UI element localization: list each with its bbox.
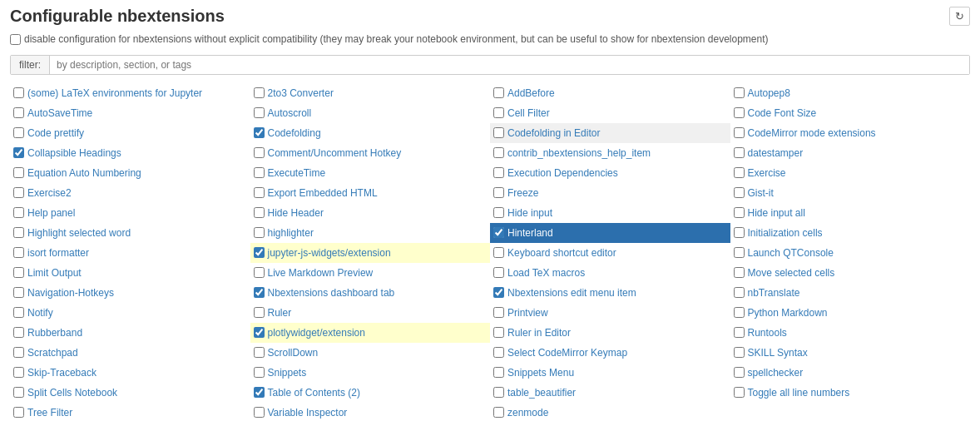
extension-link[interactable]: Initialization cells: [748, 225, 823, 240]
extension-checkbox[interactable]: [734, 307, 745, 318]
extension-link[interactable]: nbTranslate: [748, 285, 800, 300]
extension-checkbox[interactable]: [493, 207, 504, 218]
extension-checkbox[interactable]: [254, 167, 265, 178]
extension-link[interactable]: ExecuteTime: [268, 166, 326, 181]
extension-checkbox[interactable]: [13, 307, 24, 318]
extension-checkbox[interactable]: [734, 167, 745, 178]
list-item[interactable]: Hinterland: [490, 223, 730, 243]
extension-link[interactable]: isort formatter: [27, 245, 89, 260]
extension-link[interactable]: Split Cells Notebook: [27, 385, 117, 400]
extension-link[interactable]: Hinterland: [507, 225, 553, 240]
list-item[interactable]: Export Embedded HTML: [250, 183, 491, 203]
extension-checkbox[interactable]: [493, 387, 504, 398]
extension-link[interactable]: Live Markdown Preview: [268, 265, 374, 280]
extension-link[interactable]: zenmode: [507, 405, 548, 420]
list-item[interactable]: Initialization cells: [730, 223, 971, 243]
list-item[interactable]: Snippets Menu: [490, 363, 730, 383]
list-item[interactable]: Equation Auto Numbering: [10, 163, 250, 183]
extension-checkbox[interactable]: [13, 287, 24, 298]
extension-link[interactable]: Variable Inspector: [268, 405, 348, 420]
list-item[interactable]: Split Cells Notebook: [10, 383, 250, 403]
extension-checkbox[interactable]: [254, 87, 265, 98]
extension-link[interactable]: Gist-it: [748, 186, 774, 201]
list-item[interactable]: (some) LaTeX environments for Jupyter: [10, 83, 250, 103]
list-item[interactable]: highlighter: [250, 223, 491, 243]
extension-checkbox[interactable]: [493, 307, 504, 318]
list-item[interactable]: contrib_nbextensions_help_item: [490, 143, 730, 163]
extension-checkbox[interactable]: [493, 347, 504, 358]
extension-checkbox[interactable]: [13, 247, 24, 258]
extension-checkbox[interactable]: [13, 267, 24, 278]
list-item[interactable]: AddBefore: [490, 83, 730, 103]
extension-checkbox[interactable]: [493, 167, 504, 178]
extension-link[interactable]: Exercise2: [27, 186, 72, 201]
extension-checkbox[interactable]: [254, 367, 265, 378]
extension-link[interactable]: Autoscroll: [268, 106, 312, 121]
extension-checkbox[interactable]: [13, 407, 24, 418]
list-item[interactable]: Ruler in Editor: [490, 323, 730, 343]
extension-checkbox[interactable]: [254, 147, 265, 158]
extension-link[interactable]: Move selected cells: [748, 265, 835, 280]
list-item[interactable]: Runtools: [730, 323, 971, 343]
list-item[interactable]: Select CodeMirror Keymap: [490, 343, 730, 363]
extension-link[interactable]: Keyboard shortcut editor: [507, 245, 616, 260]
extension-checkbox[interactable]: [734, 287, 745, 298]
list-item[interactable]: AutoSaveTime: [10, 103, 250, 123]
list-item[interactable]: Toggle all line numbers: [730, 383, 971, 403]
extension-checkbox[interactable]: [734, 227, 745, 238]
extension-checkbox[interactable]: [734, 267, 745, 278]
extension-link[interactable]: datestamper: [748, 146, 804, 161]
extension-link[interactable]: Launch QTConsole: [748, 245, 834, 260]
extension-link[interactable]: CodeMirror mode extensions: [748, 126, 876, 141]
extension-checkbox[interactable]: [493, 87, 504, 98]
extension-link[interactable]: plotlywidget/extension: [268, 325, 365, 340]
list-item[interactable]: ExecuteTime: [250, 163, 491, 183]
extension-link[interactable]: Notify: [27, 305, 53, 320]
extension-checkbox[interactable]: [734, 107, 745, 118]
list-item[interactable]: Move selected cells: [730, 263, 971, 283]
list-item[interactable]: Nbextensions dashboard tab: [250, 283, 491, 303]
extension-checkbox[interactable]: [734, 87, 745, 98]
extension-checkbox[interactable]: [493, 327, 504, 338]
list-item[interactable]: Tree Filter: [10, 403, 250, 421]
extension-checkbox[interactable]: [13, 87, 24, 98]
list-item[interactable]: Launch QTConsole: [730, 243, 971, 263]
extension-checkbox[interactable]: [254, 387, 265, 398]
list-item[interactable]: Freeze: [490, 183, 730, 203]
list-item[interactable]: isort formatter: [10, 243, 250, 263]
extension-checkbox[interactable]: [13, 347, 24, 358]
extension-checkbox[interactable]: [493, 127, 504, 138]
extension-checkbox[interactable]: [493, 147, 504, 158]
list-item[interactable]: ScrollDown: [250, 343, 491, 363]
extension-checkbox[interactable]: [254, 327, 265, 338]
list-item[interactable]: Hide input all: [730, 203, 971, 223]
list-item[interactable]: CodeMirror mode extensions: [730, 123, 971, 143]
extension-link[interactable]: Comment/Uncomment Hotkey: [268, 146, 402, 161]
extension-link[interactable]: Help panel: [27, 206, 75, 220]
list-item[interactable]: Variable Inspector: [250, 403, 491, 421]
list-item[interactable]: Notify: [10, 303, 250, 323]
extension-link[interactable]: highlighter: [268, 225, 314, 240]
list-item[interactable]: Collapsible Headings: [10, 143, 250, 163]
list-item[interactable]: Hide Header: [250, 203, 491, 223]
extension-link[interactable]: Tree Filter: [27, 405, 72, 420]
list-item[interactable]: Codefolding: [250, 123, 491, 143]
extension-link[interactable]: Table of Contents (2): [268, 385, 360, 400]
extension-link[interactable]: SKILL Syntax: [748, 345, 808, 360]
list-item[interactable]: Highlight selected word: [10, 223, 250, 243]
extension-link[interactable]: AutoSaveTime: [27, 106, 92, 121]
extension-link[interactable]: Select CodeMirror Keymap: [507, 345, 627, 360]
extension-link[interactable]: Snippets Menu: [507, 365, 574, 380]
extension-link[interactable]: Limit Output: [27, 265, 82, 280]
list-item[interactable]: Limit Output: [10, 263, 250, 283]
list-item[interactable]: Code prettify: [10, 123, 250, 143]
refresh-button[interactable]: ↻: [949, 7, 970, 26]
list-item[interactable]: Execution Dependencies: [490, 163, 730, 183]
list-item[interactable]: SKILL Syntax: [730, 343, 971, 363]
extension-link[interactable]: Toggle all line numbers: [748, 385, 850, 400]
extension-checkbox[interactable]: [254, 347, 265, 358]
extension-link[interactable]: Code prettify: [27, 126, 84, 141]
extension-link[interactable]: Navigation-Hotkeys: [27, 285, 114, 300]
list-item[interactable]: Exercise2: [10, 183, 250, 203]
list-item[interactable]: Live Markdown Preview: [250, 263, 491, 283]
